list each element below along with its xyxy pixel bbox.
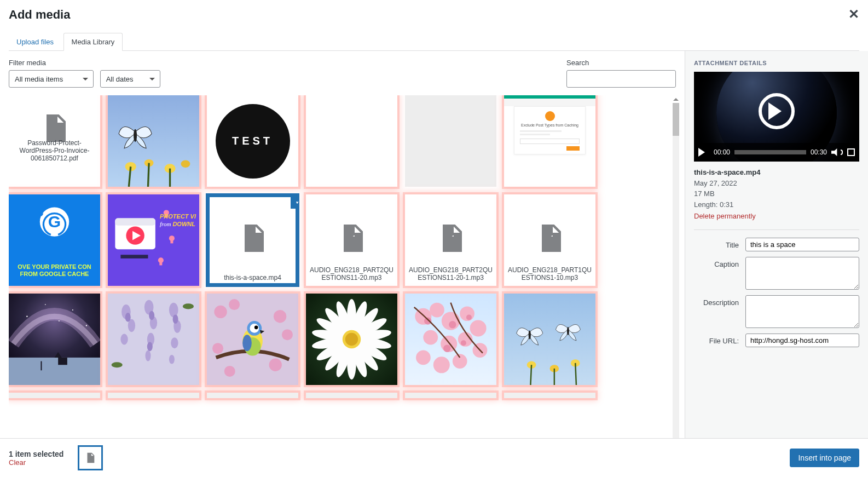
svg-point-39 <box>169 303 178 318</box>
filter-date-select[interactable]: All dates <box>100 70 160 88</box>
svg-point-54 <box>212 343 223 354</box>
media-item-google-cache[interactable]: G OVE YOUR PRIVATE CONFROM GOOGLE CACHE <box>9 194 100 286</box>
svg-rect-29 <box>9 358 100 385</box>
svg-point-50 <box>214 306 227 318</box>
audio-file-icon <box>534 222 566 255</box>
search-label: Search <box>566 59 676 67</box>
tab-media-library[interactable]: Media Library <box>63 33 123 51</box>
media-item-partial[interactable] <box>108 393 199 398</box>
cherry-thumbnail <box>405 294 496 385</box>
fileurl-input[interactable] <box>745 334 859 347</box>
attachment-sidebar: ATTACHMENT DETAILS 00:00 00:30 this-is-a… <box>685 51 868 438</box>
svg-point-46 <box>147 342 153 352</box>
media-item-partial[interactable] <box>207 393 298 398</box>
svg-line-108 <box>575 363 576 385</box>
media-item-selected-video[interactable]: ✓ this-is-a-space.mp4 <box>207 194 298 286</box>
media-grid: Password-Protect-WordPress-Pro-Invoice-0… <box>9 95 672 438</box>
svg-point-56 <box>224 366 235 377</box>
bird-thumbnail <box>207 294 298 385</box>
media-item-daisy[interactable] <box>306 294 397 385</box>
svg-point-25 <box>72 309 73 311</box>
media-item-wisteria[interactable] <box>108 294 199 385</box>
media-item-protect-video[interactable]: PROTECT VI from DOWNL <box>108 194 199 286</box>
scrollbar[interactable] <box>672 95 680 438</box>
svg-point-4 <box>181 160 190 168</box>
close-button[interactable]: ✕ <box>848 7 859 22</box>
filter-label: Filter media <box>9 59 566 67</box>
media-item-partial[interactable] <box>504 393 595 398</box>
filter-type-select[interactable]: All media items <box>9 70 94 88</box>
svg-point-110 <box>567 327 569 335</box>
video-time-total: 00:30 <box>811 148 827 156</box>
checkmark-icon: ✓ <box>291 194 298 209</box>
search-input[interactable] <box>566 70 676 88</box>
svg-point-34 <box>120 334 128 344</box>
media-item-pdf[interactable]: Password-Protect-WordPress-Pro-Invoice-0… <box>9 95 100 187</box>
video-file-icon <box>236 222 269 255</box>
insert-into-page-button[interactable]: Insert into page <box>790 449 859 467</box>
svg-point-41 <box>171 337 178 348</box>
svg-point-62 <box>242 335 252 351</box>
video-preview[interactable]: 00:00 00:30 <box>694 72 859 162</box>
scroll-thumb[interactable] <box>673 103 679 136</box>
svg-rect-20 <box>170 240 173 244</box>
caption-input[interactable] <box>745 257 859 290</box>
attachment-filename: this-is-a-space.mp4 <box>694 167 859 178</box>
svg-point-109 <box>529 330 531 339</box>
media-item-butterfly2[interactable] <box>504 294 595 385</box>
delete-permanently-link[interactable]: Delete permanently <box>694 211 756 222</box>
svg-rect-0 <box>108 95 199 187</box>
selection-count: 1 item selected <box>9 450 63 458</box>
audio3-name: AUDIO_ENG218_PART1QUESTIONS1-10.mp3 <box>504 266 595 281</box>
svg-point-97 <box>424 317 431 324</box>
media-item-partial[interactable] <box>9 393 100 398</box>
butterfly2-thumbnail <box>504 294 595 385</box>
play-icon[interactable] <box>698 148 709 157</box>
video-name: this-is-a-space.mp4 <box>207 274 298 281</box>
fileurl-label: File URL: <box>694 334 745 345</box>
caption-label: Caption <box>694 257 745 268</box>
add-media-modal: Add media ✕ Upload files Media Library F… <box>0 0 868 477</box>
svg-point-96 <box>453 354 467 369</box>
media-item-butterfly[interactable] <box>108 95 199 187</box>
svg-line-6 <box>148 163 149 187</box>
tab-upload-files[interactable]: Upload files <box>9 33 61 50</box>
media-item-test[interactable]: TEST <box>207 95 298 187</box>
svg-point-27 <box>45 304 46 305</box>
description-input[interactable] <box>745 295 859 328</box>
close-icon: ✕ <box>848 7 859 21</box>
media-pdf-name: Password-Protect-WordPress-Pro-Invoice-0… <box>9 139 100 162</box>
svg-rect-22 <box>159 262 162 266</box>
media-item-cherry[interactable] <box>405 294 496 385</box>
svg-rect-30 <box>40 361 42 371</box>
svg-point-38 <box>145 350 151 361</box>
scroll-up-icon <box>673 95 679 101</box>
media-item-bird[interactable] <box>207 294 298 385</box>
clear-selection-link[interactable]: Clear <box>9 458 26 467</box>
svg-point-51 <box>229 299 240 310</box>
separator <box>694 229 859 230</box>
selection-thumbnail[interactable] <box>78 445 103 470</box>
media-item-audio1[interactable]: AUDIO_ENG218_PART2QUESTIONS11-20.mp3 <box>306 194 397 286</box>
svg-point-8 <box>134 129 137 142</box>
volume-icon[interactable] <box>831 148 843 156</box>
media-item-blank[interactable] <box>306 95 397 187</box>
svg-point-61 <box>254 325 258 329</box>
media-item-audio2[interactable]: AUDIO_ENG218_PART2QUESTIONS11-20-1.mp3 <box>405 194 496 286</box>
progress-bar[interactable] <box>734 150 806 154</box>
svg-point-86 <box>430 303 444 318</box>
video-file-icon <box>84 451 96 465</box>
video-controls: 00:00 00:30 <box>694 143 859 162</box>
svg-point-53 <box>282 329 293 340</box>
media-item-gray[interactable] <box>405 95 496 187</box>
butterfly-thumbnail-icon <box>108 95 199 187</box>
fullscreen-icon[interactable] <box>847 148 855 156</box>
media-item-exclude-settings[interactable]: Exclude Post Types from Caching <box>504 95 595 187</box>
svg-point-47 <box>112 362 123 367</box>
title-input[interactable] <box>745 238 859 251</box>
media-item-partial[interactable] <box>306 393 397 398</box>
svg-point-48 <box>183 303 194 309</box>
media-item-galaxy[interactable] <box>9 294 100 385</box>
media-item-audio3[interactable]: AUDIO_ENG218_PART1QUESTIONS1-10.mp3 <box>504 194 595 286</box>
media-item-partial[interactable] <box>405 393 496 398</box>
